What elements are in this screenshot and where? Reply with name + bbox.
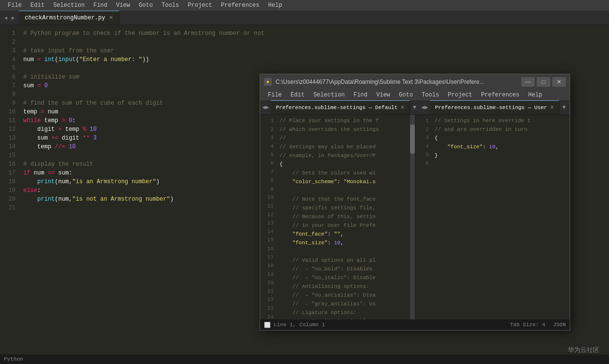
menu-goto[interactable]: Goto [135,1,157,10]
main-status-text: Python [4,356,23,362]
code-line-5 [23,64,609,73]
float-left-line-18: // - "no_bold": Disables [280,265,410,274]
cursor-position: Line 1, Column 1 [274,322,325,328]
line-num-16: 16 [6,160,16,169]
float-tab-dropdown-right[interactable]: ▼ [560,100,569,114]
float-left-line-11: // specific settings file, [280,204,410,213]
float-menu-view[interactable]: View [372,91,394,99]
line-num-17: 17 [6,169,16,177]
float-arrow-left[interactable]: ◀ [262,104,265,111]
syntax-label: JSON [553,322,566,328]
line-num-12: 12 [6,125,16,134]
float-tab-user[interactable]: Preferences.sublime-settings — User × [430,100,559,114]
float-left-code[interactable]: // Place your settings in the f // which… [277,115,410,319]
float-left-line-17: // Valid options on all pl [280,256,410,265]
menu-project[interactable]: Project [184,1,216,10]
tab-close-button[interactable]: × [109,15,113,21]
float-status-bar: ⬜ Line 1, Column 1 Tab Size: 4 JSON [260,319,570,330]
float-left-line-nums: 12345 678910 1112131415 1617181920 21222… [260,115,277,319]
menu-selection[interactable]: Selection [49,1,89,10]
menu-view[interactable]: View [112,1,134,10]
float-right-line-6 [435,160,570,169]
line-num-1: 1 [6,29,16,38]
watermark: 华为云社区 [568,346,599,354]
tab-size: Tab Size: 4 [510,322,545,328]
float-left-line-22: // - "gray_antialias": Us [280,300,410,309]
float-left-line-1: // Place your settings in the f [280,117,410,126]
code-line-3: # take input from the user [23,47,609,55]
float-tab-user-label: Preferences.sublime-settings — User [435,105,547,111]
line-num-19: 19 [6,186,16,195]
float-right-line-nums: 123456 [415,115,432,319]
float-menu-find[interactable]: Find [349,91,371,99]
tab-arrow-left[interactable]: ◀ [3,14,9,22]
float-left-line-15: "font_size": 10, [280,239,410,248]
float-right-line-1: // Settings in here override t [435,117,570,126]
float-right-code[interactable]: // Settings in here override t // and ar… [432,115,570,319]
float-left-line-3: // [280,134,410,143]
float-left-line-16 [280,248,410,256]
float-status-left: ⬜ Line 1, Column 1 [264,322,325,328]
line-num-14: 14 [6,142,16,151]
float-left-line-23: // Ligature options: [280,309,410,317]
float-status-right: Tab Size: 4 JSON [510,322,566,328]
float-left-line-6: { [280,160,410,169]
minimize-button[interactable]: — [521,77,535,87]
menu-help[interactable]: Help [264,1,286,10]
float-editor-area: 12345 678910 1112131415 1617181920 21222… [260,115,570,319]
float-tab-default-close[interactable]: × [400,104,404,111]
float-menu-help[interactable]: Help [525,91,546,99]
line-num-11: 11 [6,116,16,125]
float-tab-default-label: Preferences.sublime-settings — Default [276,105,397,111]
float-menu-file[interactable]: File [264,91,286,99]
float-left-line-12: // Because of this, settin [280,213,410,222]
close-button[interactable]: ✕ [552,77,566,87]
float-menu-project[interactable]: Project [444,91,476,99]
line-num-21: 21 [6,204,16,212]
line-num-7: 7 [6,81,16,90]
line-numbers: 1 2 3 4 5 6 7 8 9 10 11 12 13 14 15 16 1… [0,25,19,354]
float-left-line-10: // Note that the font_face [280,195,410,204]
float-left-line-14: "font_face": "", [280,230,410,239]
line-num-6: 6 [6,73,16,81]
window-controls: — □ ✕ [521,77,566,87]
line-num-18: 18 [6,177,16,186]
float-tab-dropdown-left[interactable]: ▼ [410,100,419,114]
line-num-20: 20 [6,195,16,204]
float-menu-preferences[interactable]: Preferences [477,91,523,99]
float-tab-default[interactable]: Preferences.sublime-settings — Default × [271,100,410,114]
float-left-panel: 12345 678910 1112131415 1617181920 21222… [260,115,415,319]
float-tab-user-close[interactable]: × [550,104,554,111]
float-menu-edit[interactable]: Edit [287,91,309,99]
float-arrow-mid-left[interactable]: ◀ [421,104,425,111]
float-left-line-19: // - "no_italic": Disable [280,274,410,283]
float-arrow-right[interactable]: ▶ [265,104,269,111]
float-right-line-3: { [435,134,570,143]
line-num-3: 3 [6,47,16,55]
float-arrow-mid-right[interactable]: ▶ [425,104,428,111]
main-tab-armstrong[interactable]: checkArmstrongNumber.py × [19,11,119,25]
app-icon-symbol: ● [266,79,269,85]
encoding-icon: ⬜ [264,322,271,328]
line-num-4: 4 [6,55,16,64]
main-menu-bar: File Edit Selection Find View Goto Tools… [0,0,609,11]
float-menu-goto[interactable]: Goto [395,91,417,99]
main-status-bar: Python [0,354,609,364]
menu-file[interactable]: File [4,1,26,10]
float-left-line-21: // - "no_antialias": Disa [280,291,410,300]
float-menu-selection[interactable]: Selection [310,91,349,99]
code-line-4: num = int(input("Enter a number: ")) [23,55,609,64]
float-menu-tools[interactable]: Tools [418,91,443,99]
maximize-button[interactable]: □ [537,77,550,87]
menu-preferences[interactable]: Preferences [217,1,263,10]
float-right-line-5: } [435,152,570,160]
tab-arrow-right[interactable]: ▶ [10,14,16,22]
code-line-2 [23,38,609,47]
float-left-scrollbar-thumb[interactable] [410,125,415,154]
float-title-bar: ● C:\Users\z00444677\AppData\Roaming\Sub… [260,74,570,90]
menu-tools[interactable]: Tools [158,1,183,10]
float-left-scrollbar[interactable] [410,115,415,319]
menu-find[interactable]: Find [89,1,111,10]
float-left-line-13: // in your User File Prefe [280,222,410,230]
menu-edit[interactable]: Edit [27,1,49,10]
